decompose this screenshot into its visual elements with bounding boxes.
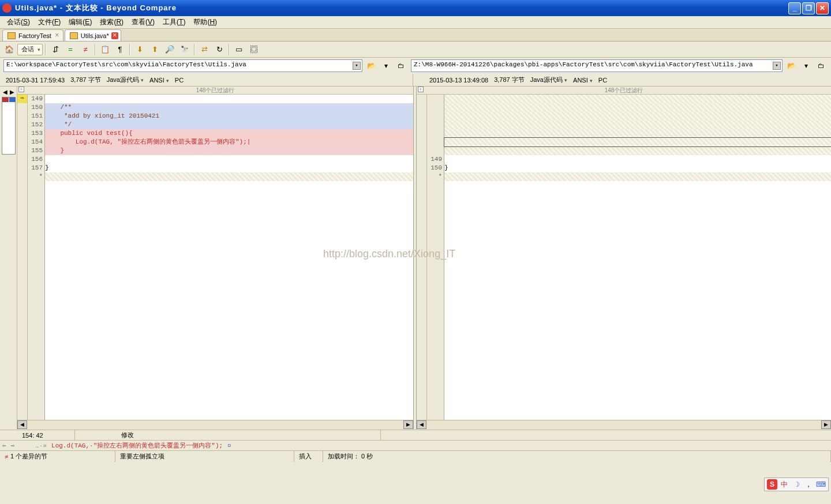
find-button[interactable]: 🔎 xyxy=(163,43,177,56)
open-right-button[interactable]: 📂 xyxy=(785,60,798,72)
file-icon xyxy=(70,32,78,39)
right-code-area[interactable]: 149150* } xyxy=(417,95,831,420)
open-left-button[interactable]: 📂 xyxy=(365,60,377,72)
line-number: 152 xyxy=(28,121,43,129)
right-type-dropdown[interactable]: Java源代码 ▾ xyxy=(530,76,567,84)
code-line[interactable]: } xyxy=(45,146,413,155)
code-line[interactable]: /** xyxy=(45,103,413,112)
ime-toolbar[interactable]: S 中 ☽ ， ⌨ xyxy=(764,477,829,491)
code-line[interactable] xyxy=(45,172,413,181)
thumbnail-overview[interactable] xyxy=(2,97,16,155)
line-number: 149 xyxy=(28,95,43,103)
right-pane: +148个已过滤行 149150* } ◀▶ xyxy=(417,86,831,430)
copy-left-button[interactable]: ⬇ xyxy=(133,43,147,56)
save-right-button[interactable]: ▾ xyxy=(800,60,813,72)
tab-utilsjava[interactable]: Utils.java*× xyxy=(65,29,121,41)
menu-f[interactable]: 文件(F) xyxy=(35,16,64,28)
diff-nav-left[interactable]: ⇦ xyxy=(2,442,6,449)
code-line[interactable] xyxy=(444,112,831,121)
copy-right-button[interactable]: ⬆ xyxy=(148,43,162,56)
left-encoding-dropdown[interactable]: ANSI ▾ xyxy=(149,77,169,84)
swap-button[interactable]: ⇄ xyxy=(197,43,211,56)
code-line[interactable]: public void test(){ xyxy=(45,129,413,138)
left-hscroll[interactable]: ◀▶ xyxy=(17,420,413,430)
left-path-text: E:\workspace\FactoryTest\src\com\skyviia… xyxy=(6,61,246,68)
diff-nav-right[interactable]: ⇨ xyxy=(11,442,15,449)
equal-button[interactable]: = xyxy=(63,43,77,56)
expand-icon[interactable]: + xyxy=(18,86,24,92)
rules-button[interactable]: 📋 xyxy=(98,43,112,56)
tab-factorytest[interactable]: FactoryTest× xyxy=(2,29,63,41)
code-line[interactable] xyxy=(45,95,413,103)
menu-s[interactable]: 会话(S) xyxy=(3,16,33,28)
code-line[interactable] xyxy=(444,95,831,103)
code-line[interactable] xyxy=(444,103,831,112)
left-pane: +148个已过滤行 ⇨ 149150151152153154155156157*… xyxy=(17,86,413,430)
code-line[interactable]: *add by xiong_it 20150421 xyxy=(45,112,413,121)
compare-area: ◀▶ +148个已过滤行 ⇨ 1491501511521531541551561… xyxy=(0,86,831,430)
close-button[interactable]: ✕ xyxy=(816,2,829,14)
right-size: 3,787 字节 xyxy=(494,76,525,84)
line-number: 156 xyxy=(28,155,43,164)
right-path-input[interactable]: Z:\M8-W966H-20141226\packages\pbi-apps\F… xyxy=(411,59,783,72)
layout1-button[interactable]: ▭ xyxy=(232,43,246,56)
ime-comma-icon[interactable]: ， xyxy=(803,479,814,490)
close-icon[interactable]: × xyxy=(111,32,118,39)
diff-line-bar: ⇦ ⇨ …·» Log.d(TAG,·"操控左右两侧的黄色箭头覆盖另一侧内容")… xyxy=(0,440,831,450)
left-code-header: +148个已过滤行 xyxy=(17,86,413,95)
home-button[interactable]: 🏠 xyxy=(2,43,16,56)
menu-h[interactable]: 帮助(H) xyxy=(190,16,220,28)
expand-icon[interactable]: + xyxy=(418,86,424,92)
line-number xyxy=(427,138,442,146)
left-code-area[interactable]: ⇨ 149150151152153154155156157* /** *add … xyxy=(17,95,413,420)
menu-e[interactable]: 编辑(E) xyxy=(65,16,95,28)
code-line[interactable]: Log.d(TAG, "操控左右两侧的黄色箭头覆盖另一侧内容");| xyxy=(45,138,413,146)
code-line[interactable] xyxy=(444,138,831,146)
dropdown-icon[interactable]: ▾ xyxy=(773,62,781,70)
code-line[interactable] xyxy=(444,146,831,155)
code-line[interactable] xyxy=(444,172,831,181)
left-type-dropdown[interactable]: Java源代码 ▾ xyxy=(107,76,144,84)
tab-label: FactoryTest xyxy=(18,32,51,39)
line-number: * xyxy=(28,172,43,181)
thumb-left-icon[interactable]: ◀ xyxy=(2,89,9,96)
ime-moon-icon[interactable]: ☽ xyxy=(791,479,802,490)
ime-s-icon[interactable]: S xyxy=(767,479,777,490)
dropdown-icon[interactable]: ▾ xyxy=(353,62,361,70)
explore-left-button[interactable]: 🗀 xyxy=(395,60,407,72)
code-line[interactable]: */ xyxy=(45,121,413,129)
thumb-right-icon[interactable]: ▶ xyxy=(9,89,16,96)
left-path-input[interactable]: E:\workspace\FactoryTest\src\com\skyviia… xyxy=(3,59,362,72)
format-button[interactable]: ¶ xyxy=(113,43,127,56)
ime-cn-icon[interactable]: 中 xyxy=(779,479,789,490)
maximize-button[interactable]: ❐ xyxy=(802,2,815,14)
code-line[interactable]: } xyxy=(444,164,831,172)
layout2-button[interactable]: ⿴ xyxy=(247,43,261,56)
line-number: 153 xyxy=(28,129,43,138)
ime-keyboard-icon[interactable]: ⌨ xyxy=(815,479,826,490)
menu-v[interactable]: 查看(V) xyxy=(128,16,158,28)
right-encoding-dropdown[interactable]: ANSI ▾ xyxy=(573,77,593,84)
explore-right-button[interactable]: 🗀 xyxy=(815,60,828,72)
close-icon[interactable]: × xyxy=(54,32,61,39)
notequal-button[interactable]: ≠ xyxy=(78,43,92,56)
menu-t[interactable]: 工具(T) xyxy=(159,16,189,28)
info-row: 2015-03-31 17:59:43 3,787 字节 Java源代码 ▾ A… xyxy=(0,74,831,86)
diff-suffix: ¤ xyxy=(227,442,231,449)
code-line[interactable] xyxy=(444,121,831,129)
menu-r[interactable]: 搜索(R) xyxy=(96,16,127,28)
minimize-button[interactable]: _ xyxy=(788,2,801,14)
right-path-text: Z:\M8-W966H-20141226\packages\pbi-apps\F… xyxy=(414,61,753,68)
merge-arrow-icon[interactable]: ⇨ xyxy=(17,95,27,103)
code-line[interactable]: } xyxy=(45,164,413,172)
right-hscroll[interactable]: ◀▶ xyxy=(417,420,831,430)
up-down-button[interactable]: ⇵ xyxy=(48,43,62,56)
code-line[interactable] xyxy=(45,155,413,164)
left-lineending: PC xyxy=(175,77,184,84)
binoculars-icon[interactable]: 🔭 xyxy=(178,43,192,56)
code-line[interactable] xyxy=(444,155,831,164)
save-left-button[interactable]: ▾ xyxy=(380,60,392,72)
session-dropdown[interactable]: 会话 xyxy=(17,44,43,55)
code-line[interactable] xyxy=(444,129,831,138)
refresh-button[interactable]: ↻ xyxy=(212,43,226,56)
